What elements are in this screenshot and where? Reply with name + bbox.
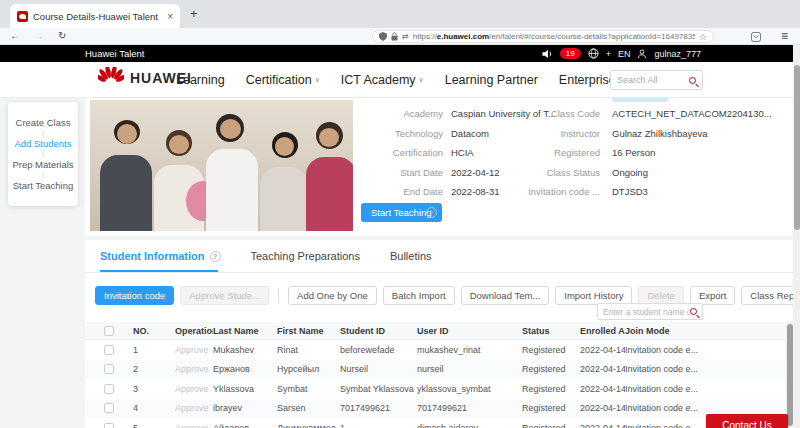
course-labels-left: Academy Technology Certification Start D… xyxy=(360,104,443,202)
chevron-down-icon: ∨ xyxy=(419,76,424,84)
row-checkbox[interactable] xyxy=(104,345,114,355)
approve-link[interactable]: Approve xyxy=(175,384,213,394)
nav-enterprise[interactable]: Enterprise xyxy=(559,73,616,87)
tab-close-icon[interactable]: × xyxy=(167,11,173,22)
add-one-by-one-button[interactable]: Add One by One xyxy=(288,286,377,305)
row-checkbox[interactable] xyxy=(104,403,114,413)
row-checkbox[interactable] xyxy=(104,364,114,374)
page-scrollbar[interactable] xyxy=(793,45,800,428)
tab-title: Course Details-Huawei Talent xyxy=(33,11,162,22)
site-topbar: Huawei Talent 19 + EN gulnaz_777 xyxy=(0,45,793,62)
table-header-row: NO. Operation Last Name First Name Stude… xyxy=(85,322,786,340)
lock-icon xyxy=(391,32,398,41)
url-path: /en/talent/#/course/course-details?appli… xyxy=(489,32,695,41)
forward-icon[interactable]: → xyxy=(34,30,44,41)
nav-certification[interactable]: Certification∨ xyxy=(246,73,320,87)
table-scrollbar[interactable] xyxy=(786,322,793,428)
permissions-icon[interactable]: ⇄ xyxy=(402,32,409,41)
nav-learning-partner[interactable]: Learning Partner xyxy=(445,73,538,87)
table-row: 1 Approve Mukashev Rinat beforewefade mu… xyxy=(85,340,786,360)
invitation-code-value: DTJSD3 xyxy=(612,182,772,202)
huawei-flower-icon xyxy=(98,67,124,89)
row-checkbox[interactable] xyxy=(104,423,114,428)
new-tab-button[interactable]: + xyxy=(190,6,198,21)
reload-icon[interactable]: ↻ xyxy=(58,30,66,41)
tab-bulletins[interactable]: Bulletins xyxy=(390,250,432,262)
help-icon[interactable]: ? xyxy=(210,251,221,262)
search-icon[interactable] xyxy=(690,308,697,315)
course-values-right: ACTECH_NET_DATACOM2204130... Gulnaz Zhil… xyxy=(612,104,772,202)
approve-link[interactable]: Approve xyxy=(175,403,213,413)
course-details-card: Academy Technology Certification Start D… xyxy=(85,98,793,236)
chevron-down-icon: ∨ xyxy=(315,76,320,84)
page-content: Create Class | Add Students | Prep Mater… xyxy=(0,98,793,428)
url-domain: e.huawei.com xyxy=(437,32,489,41)
invitation-code-button[interactable]: Invitation code xyxy=(95,286,174,305)
download-template-button[interactable]: Download Tem... xyxy=(461,286,550,305)
announcement-speaker-icon[interactable] xyxy=(542,49,553,59)
user-icon[interactable] xyxy=(637,49,647,59)
back-icon[interactable]: ← xyxy=(10,30,20,41)
nav-ict-academy[interactable]: ICT Academy∨ xyxy=(341,73,424,87)
browser-tab-bar: Course Details-Huawei Talent × + xyxy=(0,0,800,28)
browser-url-bar: ← → ↻ ⇄ https://e.huawei.com/en/talent/#… xyxy=(0,28,800,45)
nav-learning[interactable]: Learning xyxy=(176,73,225,87)
cropped-button-edge xyxy=(612,98,668,102)
registered-value: 16 Person xyxy=(612,143,772,163)
url-scheme: https:// xyxy=(413,32,437,41)
step-connector: | xyxy=(42,129,44,137)
notification-badge[interactable]: 19 xyxy=(560,48,581,59)
tab-teaching-preparations[interactable]: Teaching Preparations xyxy=(251,250,360,262)
student-search-input[interactable] xyxy=(603,307,690,317)
shield-icon[interactable] xyxy=(379,32,387,41)
students-table: NO. Operation Last Name First Name Stude… xyxy=(85,322,786,428)
step-start-teaching[interactable]: Start Teaching xyxy=(13,179,74,192)
toolbar-divider xyxy=(278,288,279,303)
students-card: Student Information ? Teaching Preparati… xyxy=(85,240,793,428)
bookmark-star-icon[interactable]: ☆ xyxy=(699,32,707,42)
class-status-value: Ongoing xyxy=(612,163,772,183)
course-photo xyxy=(90,100,353,231)
row-checkbox[interactable] xyxy=(104,384,114,394)
class-stepper: Create Class | Add Students | Prep Mater… xyxy=(8,102,78,206)
url-text[interactable]: https://e.huawei.com/en/talent/#/course/… xyxy=(413,32,695,41)
contact-us-button[interactable]: Contact Us xyxy=(706,414,788,428)
language-plus-icon: + xyxy=(606,49,611,59)
tab-student-information[interactable]: Student Information ? xyxy=(100,250,221,262)
global-search-box[interactable] xyxy=(610,70,703,90)
table-row: 4 Approve ibrayev Sarsen 7017499621 7017… xyxy=(85,399,786,419)
site-brand[interactable]: Huawei Talent xyxy=(85,48,145,59)
page-scrollbar-thumb[interactable] xyxy=(794,65,800,230)
pocket-save-icon[interactable] xyxy=(751,32,761,42)
select-all-checkbox[interactable] xyxy=(104,326,114,336)
main-navbar: HUAWEI Learning Certification∨ ICT Acade… xyxy=(0,62,793,98)
table-row: 3 Approve Yklassova Symbat Symbat Yklass… xyxy=(85,379,786,399)
main-menu: Learning Certification∨ ICT Academy∨ Lea… xyxy=(176,62,616,98)
help-icon[interactable]: ? xyxy=(426,207,437,218)
table-row: 2 Approve Ержанов Нурсейыл Nurseil nurse… xyxy=(85,360,786,380)
menu-icon[interactable]: ≡ xyxy=(781,29,788,43)
approve-students-button[interactable]: Approve Stude... xyxy=(180,286,269,305)
course-labels-right: Class Code Instructor Registered Class S… xyxy=(512,104,600,202)
approve-link[interactable]: Approve xyxy=(175,345,213,355)
global-search-input[interactable] xyxy=(617,75,689,85)
approve-link[interactable]: Approve xyxy=(175,364,213,374)
class-report-button[interactable]: Class Report xyxy=(741,286,800,305)
section-tabs: Student Information ? Teaching Preparati… xyxy=(100,250,432,262)
instructor-value: Gulnaz Zhilkishbayeva xyxy=(612,124,772,144)
table-scrollbar-thumb[interactable] xyxy=(787,324,793,426)
batch-import-button[interactable]: Batch Import xyxy=(383,286,455,305)
address-bar[interactable]: ⇄ https://e.huawei.com/en/talent/#/cours… xyxy=(372,30,714,43)
tabs-divider xyxy=(85,272,793,273)
site-favicon-icon xyxy=(17,11,28,22)
student-search-box[interactable] xyxy=(597,303,703,320)
username[interactable]: gulnaz_777 xyxy=(654,49,701,59)
table-row: 5 Approve Айдаров Динмухаммед 1 dimash.a… xyxy=(85,418,786,428)
topbar-right-cluster: 19 + EN gulnaz_777 xyxy=(542,45,701,62)
class-code-value: ACTECH_NET_DATACOM2204130... xyxy=(612,104,772,124)
approve-link[interactable]: Approve xyxy=(175,423,213,428)
browser-tab[interactable]: Course Details-Huawei Talent × xyxy=(10,4,180,28)
globe-icon[interactable] xyxy=(588,48,599,59)
language-selector[interactable]: EN xyxy=(618,49,631,59)
search-icon[interactable] xyxy=(689,77,696,84)
